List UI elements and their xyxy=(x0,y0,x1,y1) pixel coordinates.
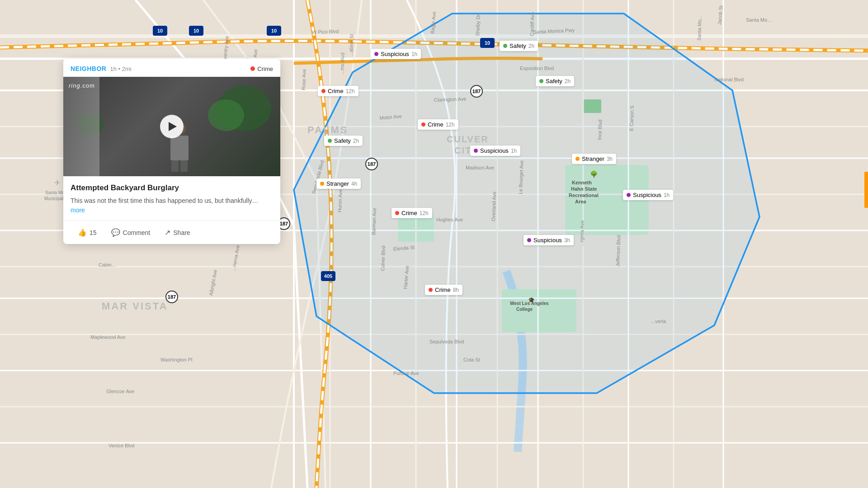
map-pin-stranger-1[interactable]: Stranger3h xyxy=(572,154,616,164)
like-count: 15 xyxy=(90,229,97,236)
post-time: 1h • 2mi xyxy=(110,66,131,72)
svg-text:W Pico Blvd: W Pico Blvd xyxy=(312,28,339,35)
more-link[interactable]: more xyxy=(71,206,85,214)
interstate-shield-405: 405 xyxy=(321,271,335,281)
share-icon: ↗ xyxy=(165,228,170,237)
svg-text:Hughes Ave: Hughes Ave xyxy=(436,217,463,222)
svg-text:Kenneth: Kenneth xyxy=(572,180,592,185)
svg-text:Jefferson Blvd: Jefferson Blvd xyxy=(615,235,621,267)
svg-text:Cabin...: Cabin... xyxy=(99,262,116,267)
comment-label: Comment xyxy=(123,229,151,236)
svg-text:Cardiff Ave: Cardiff Ave xyxy=(529,12,535,36)
post-body: This was not the first time this has hap… xyxy=(71,196,273,215)
svg-text:PALMS: PALMS xyxy=(307,124,348,136)
svg-text:MAR VISTA: MAR VISTA xyxy=(102,300,168,312)
crime-dot xyxy=(250,66,255,71)
svg-text:Washington Pl: Washington Pl xyxy=(160,357,193,362)
edge-alert-strip xyxy=(864,172,868,208)
map-pin-stranger-2[interactable]: Stranger4h xyxy=(316,178,361,189)
svg-text:Hahn State: Hahn State xyxy=(571,186,597,192)
svg-text:E Carson S: E Carson S xyxy=(628,105,635,131)
map-pin-safety-2[interactable]: Safety2h xyxy=(536,76,574,86)
highway-shield-187-2: 187 xyxy=(365,158,378,170)
svg-text:...rginia Ave: ...rginia Ave xyxy=(579,220,585,246)
svg-text:Culver Blvd: Culver Blvd xyxy=(380,245,386,271)
comment-icon: 💬 xyxy=(111,228,120,237)
svg-text:...ms Blvd: ...ms Blvd xyxy=(339,52,345,75)
map-pin-suspicious-1[interactable]: Suspicious1h xyxy=(371,49,421,59)
map-pin-suspicious-3[interactable]: Suspicious3h xyxy=(524,235,574,245)
comment-button[interactable]: 💬 Comment xyxy=(104,225,158,239)
svg-text:Recreational: Recreational xyxy=(569,192,599,198)
source-label: NEIGHBOR xyxy=(71,65,106,72)
map-pin-crime-4[interactable]: Crime8h xyxy=(425,285,462,295)
svg-text:Clarington Ave: Clarington Ave xyxy=(434,96,467,103)
svg-text:Santa Mo...: Santa Mo... xyxy=(746,17,771,23)
card-header: NEIGHBOR 1h • 2mi Crime xyxy=(63,59,280,77)
svg-text:Glencoe Ave: Glencoe Ave xyxy=(106,389,134,394)
like-button[interactable]: 👍 15 xyxy=(71,225,104,239)
svg-text:Shelby Dr: Shelby Dr xyxy=(475,14,481,36)
post-title: Attempted Backyard Burglary xyxy=(71,183,273,192)
map-pin-safety-1[interactable]: Safety2h xyxy=(500,41,538,51)
crime-badge: Crime xyxy=(250,66,273,72)
highway-shield-187-4: 187 xyxy=(165,291,178,303)
header-left: NEIGHBOR 1h • 2mi xyxy=(71,65,132,72)
svg-text:✈: ✈ xyxy=(54,179,60,187)
interstate-shield-10-4: 10 xyxy=(480,38,495,48)
like-icon: 👍 xyxy=(78,228,87,237)
post-card: NEIGHBOR 1h • 2mi Crime xyxy=(63,59,280,244)
card-footer: 👍 15 💬 Comment ↗ Share xyxy=(63,221,280,244)
interstate-shield-10-1: 10 xyxy=(153,26,167,36)
svg-text:Exposition Blvd: Exposition Blvd xyxy=(520,66,554,71)
svg-text:Sepulveda Blvd: Sepulveda Blvd xyxy=(429,339,464,344)
svg-text:🌳: 🌳 xyxy=(590,170,598,178)
svg-text:Santa Mo...: Santa Mo... xyxy=(696,15,703,41)
card-body: Attempted Backyard Burglary This was not… xyxy=(63,176,280,221)
share-button[interactable]: ↗ Share xyxy=(157,225,197,239)
map-pin-crime-3[interactable]: Crime12h xyxy=(392,208,432,218)
svg-text:Huron Ave: Huron Ave xyxy=(337,189,343,213)
svg-text:Madison Ave: Madison Ave xyxy=(466,165,494,170)
interstate-shield-10-2: 10 xyxy=(189,26,203,36)
map-pin-crime-1[interactable]: Crime12h xyxy=(318,86,359,96)
ring-logo: ring.com xyxy=(69,82,95,89)
interstate-shield-10-3: 10 xyxy=(267,26,281,36)
svg-text:...abine St: ...abine St xyxy=(348,34,354,56)
wall xyxy=(63,77,99,176)
map-pin-safety-3[interactable]: Safety2h xyxy=(324,136,363,146)
svg-text:National Blvd: National Blvd xyxy=(714,77,744,82)
map-pin-suspicious-2[interactable]: Suspicious1h xyxy=(470,145,520,156)
svg-text:Purdue Ave: Purdue Ave xyxy=(393,371,419,376)
svg-text:Cota St: Cota St xyxy=(463,357,480,362)
foliage-2 xyxy=(208,99,244,131)
svg-text:Barman Ave: Barman Ave xyxy=(371,208,377,235)
svg-text:🎓: 🎓 xyxy=(528,296,535,303)
map-pin-crime-2[interactable]: Crime12h xyxy=(418,119,458,130)
play-button[interactable] xyxy=(160,115,184,138)
share-label: Share xyxy=(173,229,190,236)
svg-text:Venice Blvd: Venice Blvd xyxy=(108,443,134,448)
svg-text:Area: Area xyxy=(575,199,586,204)
svg-text:Ince Blvd: Ince Blvd xyxy=(597,119,603,140)
svg-text:...verla: ...verla xyxy=(651,319,666,324)
svg-text:Rose Ave: Rose Ave xyxy=(301,69,307,90)
video-thumbnail[interactable]: ring.com xyxy=(63,77,280,176)
map-pin-suspicious-4[interactable]: Suspicious1h xyxy=(623,190,673,200)
svg-text:Overland Ave: Overland Ave xyxy=(491,192,497,221)
play-triangle-icon xyxy=(169,122,177,131)
svg-text:CULVER: CULVER xyxy=(447,134,489,144)
svg-text:College: College xyxy=(516,307,533,312)
svg-text:Maplewood Ave: Maplewood Ave xyxy=(90,334,125,340)
highway-shield-187-1: 187 xyxy=(470,85,483,98)
